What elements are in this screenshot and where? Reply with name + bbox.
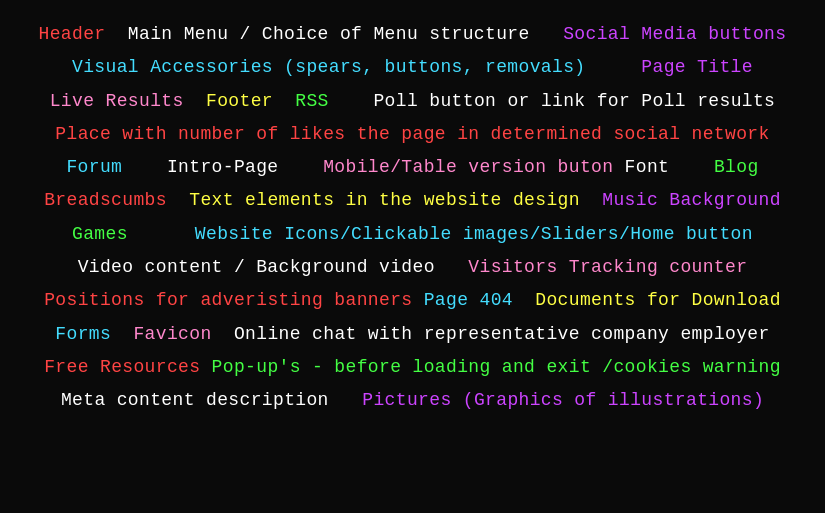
text-segment xyxy=(435,257,469,277)
text-segment: Music Background xyxy=(602,190,781,210)
text-line-5: Breadscumbs Text elements in the website… xyxy=(0,184,825,217)
text-segment: Forum xyxy=(66,157,122,177)
text-segment xyxy=(184,91,206,111)
text-segment xyxy=(106,24,128,44)
text-segment xyxy=(122,157,167,177)
text-segment xyxy=(167,190,189,210)
text-line-3: Place with number of likes the page in d… xyxy=(0,118,825,151)
text-segment: Poll button or link for Poll results xyxy=(373,91,775,111)
text-line-8: Positions for adveristing banners Page 4… xyxy=(0,284,825,317)
text-segment xyxy=(586,57,642,77)
text-segment: Breadscumbs xyxy=(44,190,167,210)
text-segment: Page 404 xyxy=(424,290,513,310)
text-segment xyxy=(200,357,211,377)
text-segment: Header xyxy=(39,24,106,44)
text-segment: Meta content description xyxy=(61,390,329,410)
text-segment xyxy=(212,324,234,344)
text-line-10: Free Resources Pop-up's - before loading… xyxy=(0,351,825,384)
text-segment xyxy=(530,24,564,44)
main-content: Header Main Menu / Choice of Menu struct… xyxy=(0,18,825,418)
text-segment: Footer xyxy=(206,91,273,111)
text-segment: Games xyxy=(72,224,128,244)
text-segment xyxy=(273,91,295,111)
text-segment xyxy=(111,324,133,344)
text-line-4: Forum Intro-Page Mobile/Table version bu… xyxy=(0,151,825,184)
text-segment xyxy=(412,290,423,310)
text-segment xyxy=(513,290,535,310)
text-segment: Positions for adveristing banners xyxy=(44,290,412,310)
text-segment: Main Menu / Choice of Menu structure xyxy=(128,24,530,44)
text-segment xyxy=(580,190,602,210)
text-segment xyxy=(279,157,324,177)
text-segment: Documents for Download xyxy=(535,290,781,310)
text-segment: Mobile/Table version buton xyxy=(323,157,613,177)
text-line-11: Meta content description Pictures (Graph… xyxy=(0,384,825,417)
text-segment: Social Media buttons xyxy=(563,24,786,44)
text-line-9: Forms Favicon Online chat with represent… xyxy=(0,318,825,351)
text-segment: Intro-Page xyxy=(167,157,279,177)
text-segment xyxy=(329,91,374,111)
text-line-2: Live Results Footer RSS Poll button or l… xyxy=(0,85,825,118)
text-line-6: Games Website Icons/Clickable images/Sli… xyxy=(0,218,825,251)
text-line-1: Visual Accessories (spears, buttons, rem… xyxy=(0,51,825,84)
text-segment: Text elements in the website design xyxy=(189,190,580,210)
text-segment: Visual Accessories (spears, buttons, rem… xyxy=(72,57,585,77)
text-segment: Pictures (Graphics of illustrations) xyxy=(362,390,764,410)
text-line-0: Header Main Menu / Choice of Menu struct… xyxy=(0,18,825,51)
text-segment: Video content / Background video xyxy=(78,257,435,277)
text-segment: Free Resources xyxy=(44,357,200,377)
text-segment: Visitors Tracking counter xyxy=(468,257,747,277)
text-segment: Font xyxy=(625,157,670,177)
text-segment: Forms xyxy=(55,324,111,344)
text-segment xyxy=(613,157,624,177)
text-segment: Pop-up's - before loading and exit /cook… xyxy=(212,357,781,377)
text-line-7: Video content / Background video Visitor… xyxy=(0,251,825,284)
text-segment xyxy=(329,390,363,410)
text-segment xyxy=(669,157,714,177)
text-segment: Online chat with representative company … xyxy=(234,324,770,344)
text-segment: Place with number of likes the page in d… xyxy=(55,124,769,144)
text-segment: Website Icons/Clickable images/Sliders/H… xyxy=(195,224,753,244)
text-segment: Live Results xyxy=(50,91,184,111)
text-segment: Page Title xyxy=(641,57,753,77)
text-segment: Favicon xyxy=(133,324,211,344)
text-segment: Blog xyxy=(714,157,759,177)
text-segment xyxy=(128,224,195,244)
text-segment: RSS xyxy=(295,91,329,111)
